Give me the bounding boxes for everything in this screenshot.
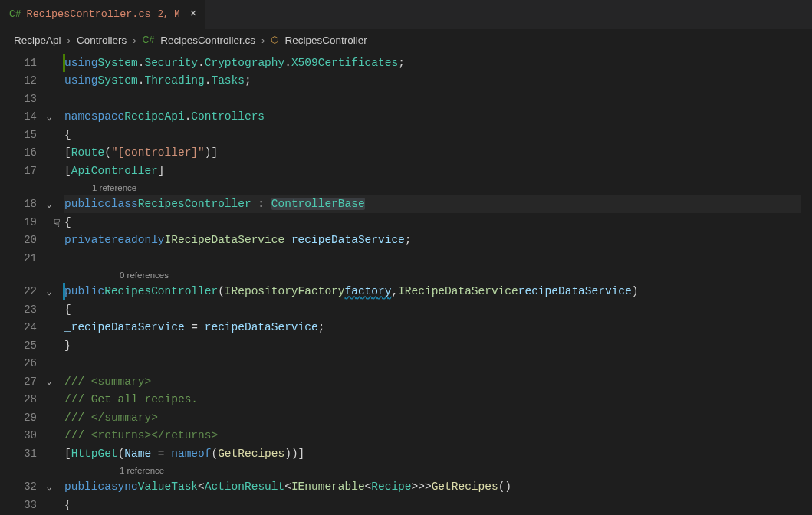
chevron-right-icon: › [67, 34, 71, 46]
code-line[interactable]: namespace RecipeApi.Controllers [64, 108, 812, 126]
code-line[interactable] [64, 355, 812, 373]
codelens[interactable]: 0 references [64, 267, 812, 283]
code-line[interactable]: private readonly IRecipeDataService _rec… [64, 231, 812, 250]
line-number: 29 [0, 412, 41, 424]
code-line[interactable]: using System.Security.Cryptography.X509C… [64, 54, 812, 72]
chevron-right-icon: › [133, 34, 136, 46]
fold-icon[interactable]: ⌄ [41, 376, 57, 387]
line-number: 25 [0, 340, 41, 352]
codelens[interactable]: 1 reference [64, 180, 812, 195]
code-line[interactable]: { [64, 213, 812, 231]
code-line[interactable]: /// </summary> [64, 408, 812, 427]
code-line[interactable]: public async ValueTask<ActionResult<IEnu… [64, 478, 812, 497]
line-number: 33 [0, 499, 41, 511]
line-number: 32 [0, 481, 41, 493]
line-number: 19 [0, 216, 41, 228]
code-line[interactable]: public RecipesController(IRepositoryFact… [64, 283, 812, 301]
line-number: 23 [0, 303, 41, 316]
line-number: 12 [0, 74, 41, 87]
line-number: 27 [0, 376, 41, 388]
line-number: 13 [0, 93, 41, 105]
codelens[interactable]: 1 reference [64, 463, 812, 478]
code-line[interactable]: { [64, 300, 812, 319]
breadcrumb-segment[interactable]: Controllers [77, 34, 127, 46]
tab-modification-badge: 2, M [158, 9, 180, 20]
minimap[interactable] [801, 51, 812, 515]
line-number: 11 [0, 57, 41, 69]
tab-bar: C# RecipesController.cs 2, M × [0, 0, 812, 29]
line-number: 14 [0, 110, 41, 123]
gutter: 11 12 13 14⌄ 15 16 17 18⌄💡 19☟ 20 21 22⌄… [0, 51, 64, 515]
editor[interactable]: 11 12 13 14⌄ 15 16 17 18⌄💡 19☟ 20 21 22⌄… [0, 51, 812, 515]
code-line[interactable]: { [64, 126, 812, 144]
code-line[interactable]: [Route("[controller]")] [64, 144, 812, 162]
code-line[interactable]: /// <summary> [64, 372, 812, 391]
line-number: 22 [0, 285, 41, 297]
line-number: 18 [0, 198, 41, 210]
fold-icon[interactable]: ⌄ [41, 111, 57, 123]
code-line[interactable]: { [64, 496, 812, 514]
close-icon[interactable]: × [189, 8, 196, 21]
code-line[interactable]: [ApiController] [64, 162, 812, 180]
breadcrumb-segment[interactable]: RecipeApi [14, 34, 61, 46]
cursor-icon: ☟ [54, 217, 60, 230]
breadcrumb-segment[interactable]: RecipesController [284, 34, 367, 46]
code-line[interactable]: public class RecipesController : Control… [64, 195, 812, 214]
line-number: 30 [0, 429, 41, 441]
code-area[interactable]: using System.Security.Cryptography.X509C… [64, 51, 812, 515]
code-line[interactable] [64, 249, 812, 267]
line-number: 24 [0, 321, 41, 333]
fold-icon[interactable]: ⌄ [41, 198, 57, 210]
code-line[interactable]: [HttpGet(Name = nameof(GetRecipes))] [64, 444, 812, 463]
breadcrumb-segment[interactable]: RecipesController.cs [160, 34, 255, 46]
line-number: 26 [0, 357, 41, 369]
line-number: 21 [0, 252, 41, 264]
code-line[interactable]: /// <returns></returns> [64, 427, 812, 445]
code-line[interactable]: using System.Threading.Tasks; [64, 72, 812, 90]
line-number: 17 [0, 165, 41, 177]
code-line[interactable]: _recipeDataService = recipeDataService; [64, 319, 812, 337]
tab-label: RecipesController.cs [27, 8, 151, 20]
class-icon: ⬡ [271, 34, 278, 45]
line-number: 15 [0, 129, 41, 141]
line-number: 28 [0, 393, 41, 405]
csharp-icon: C# [143, 34, 154, 45]
line-number: 20 [0, 234, 41, 246]
tab-active[interactable]: C# RecipesController.cs 2, M × [0, 0, 205, 29]
breadcrumb[interactable]: RecipeApi › Controllers › C# RecipesCont… [0, 29, 812, 51]
code-line[interactable]: } [64, 336, 812, 355]
fold-icon[interactable]: ⌄ [41, 481, 57, 493]
line-number: 16 [0, 146, 41, 159]
code-line[interactable]: /// Get all recipes. [64, 391, 812, 409]
fold-icon[interactable]: ⌄ [41, 286, 57, 297]
chevron-right-icon: › [261, 34, 265, 46]
code-line[interactable] [64, 90, 812, 108]
csharp-icon: C# [9, 8, 21, 20]
line-number: 31 [0, 448, 41, 460]
